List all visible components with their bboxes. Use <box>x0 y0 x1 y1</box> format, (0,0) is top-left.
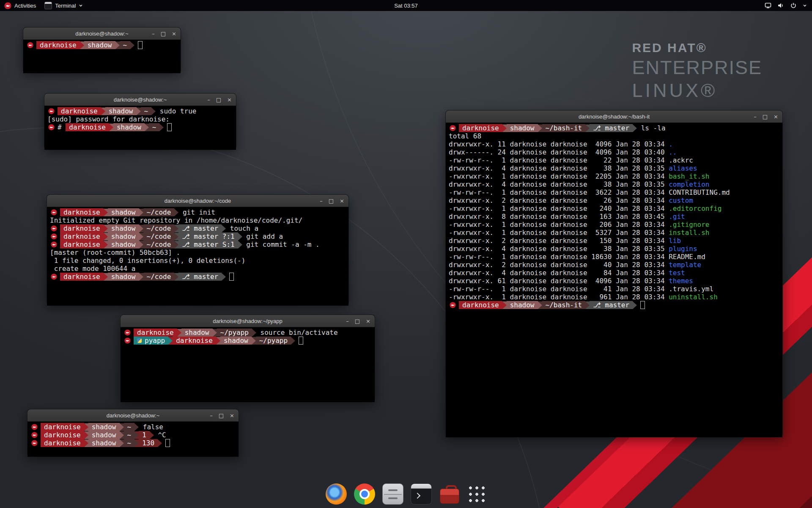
terminal-line: darknoiseshadow~/code git init <box>50 208 346 216</box>
terminal-body[interactable]: darknoiseshadow~ falsedarknoiseshadow~1 … <box>27 422 239 457</box>
terminal-icon[interactable] <box>411 483 432 505</box>
powerline-separator-icon <box>120 431 124 439</box>
powerline-separator-icon <box>139 241 143 248</box>
powerline-separator-icon <box>222 225 226 232</box>
terminal-text: drwxrwxr-x. 4 darknoise darknoise 38 Jan… <box>449 164 669 172</box>
app-menu-terminal[interactable]: Terminal <box>44 0 83 11</box>
powerline-separator-icon <box>145 124 149 131</box>
terminal-line: darknoiseshadow~/code⎇ master S:1 git co… <box>50 240 346 248</box>
terminal-line: create mode 100644 a <box>50 265 346 273</box>
terminal-text: .gitignore <box>669 221 709 229</box>
close-button[interactable]: × <box>227 97 232 102</box>
window-titlebar[interactable]: darknoise@shadow:~–□× <box>23 28 181 40</box>
prompt-segment-host: shadow <box>88 423 120 431</box>
terminal-line: total 68 <box>449 132 779 140</box>
terminal-text: drwxrwxr-x. 8 darknoise darknoise 163 Ja… <box>449 213 669 221</box>
powerline-separator-icon <box>216 337 220 345</box>
activities-button[interactable]: Activities <box>4 0 36 11</box>
chrome-icon[interactable] <box>354 483 375 505</box>
window-title: darknoise@shadow:~/pyapp <box>213 318 283 324</box>
minimize-button[interactable]: – <box>320 198 323 204</box>
files-icon[interactable] <box>382 483 403 505</box>
maximize-button[interactable]: □ <box>219 413 224 418</box>
terminal-line: -rwxrwxr-x. 1 darknoise darknoise 240 Ja… <box>449 204 779 213</box>
prompt-segment-git: ⎇ master <box>590 301 633 309</box>
software-icon[interactable] <box>439 483 460 505</box>
redhat-prompt-icon <box>51 233 57 240</box>
prompt-segment-git: ⎇ master <box>178 273 222 281</box>
system-status-area[interactable] <box>765 0 812 11</box>
terminal-line: -rwxrwxr-x. 1 darknoise darknoise 206 Ja… <box>449 221 779 229</box>
minimize-button[interactable]: – <box>346 318 349 324</box>
maximize-button[interactable]: □ <box>763 114 768 119</box>
terminal-window: darknoise@shadow:~–□×darknoiseshadow~ fa… <box>27 409 239 455</box>
terminal-text: .ackrc <box>669 156 693 164</box>
powerline-separator-icon <box>177 329 181 337</box>
terminal-cursor <box>165 439 170 447</box>
terminal-text: drwxrwxr-x. 4 darknoise darknoise 38 Jan… <box>449 180 669 188</box>
prompt-segment-path: ~/code <box>143 273 175 281</box>
terminal-text: plugins <box>669 245 697 253</box>
terminal-cursor <box>138 41 143 49</box>
terminal-body[interactable]: darknoiseshadow~/code git initInitialize… <box>47 207 348 306</box>
powerline-separator-icon <box>159 124 164 131</box>
terminal-body[interactable]: darknoiseshadow~/bash-it⎇ master ls -lat… <box>446 123 782 437</box>
window-titlebar[interactable]: darknoise@shadow:~/pyapp–□× <box>121 315 375 327</box>
terminal-body[interactable]: darknoiseshadow~ sudo true[sudo] passwor… <box>44 106 236 150</box>
terminal-text: Initialized empty Git repository in /hom… <box>50 216 302 224</box>
powerline-separator-icon <box>120 423 124 431</box>
powerline-separator-icon <box>158 439 162 447</box>
terminal-line: darknoiseshadow~130 <box>30 439 236 447</box>
maximize-button[interactable]: □ <box>216 97 221 102</box>
minimize-button[interactable]: – <box>210 413 213 418</box>
terminal-window: darknoise@shadow:~/pyapp–□×darknoiseshad… <box>120 315 375 400</box>
window-titlebar[interactable]: darknoise@shadow:~–□× <box>44 94 236 106</box>
window-titlebar[interactable]: darknoise@shadow:~/code–□× <box>47 195 348 207</box>
prompt-segment-host: shadow <box>84 41 115 49</box>
close-button[interactable]: × <box>172 31 176 36</box>
powerline-separator-icon <box>134 431 139 439</box>
clock[interactable]: Sat 03:57 <box>394 3 418 9</box>
maximize-button[interactable]: □ <box>329 198 334 204</box>
prompt-segment-user: darknoise <box>41 439 84 447</box>
close-button[interactable]: × <box>230 413 234 418</box>
powerline-separator-icon <box>252 329 256 337</box>
window-titlebar[interactable]: darknoise@shadow:~/bash-it–□× <box>446 110 782 123</box>
display-icon <box>765 2 771 9</box>
close-button[interactable]: × <box>774 114 778 119</box>
prompt-segment-user: darknoise <box>58 107 101 115</box>
terminal-text: CONTRIBUTING.md <box>669 188 730 196</box>
minimize-button[interactable]: – <box>207 97 210 102</box>
powerline-separator-icon <box>139 233 143 240</box>
prompt-segment-git: ⎇ master <box>178 224 222 232</box>
close-button[interactable]: × <box>366 318 370 324</box>
prompt-segment-user: darknoise <box>60 224 104 232</box>
windows-layer: darknoise@shadow:~–□×darknoiseshadow~dar… <box>0 0 812 508</box>
terminal-body[interactable]: darknoiseshadow~/pyapp source bin/activa… <box>121 327 375 402</box>
minimize-button[interactable]: – <box>754 114 757 119</box>
close-button[interactable]: × <box>340 198 344 204</box>
terminal-text: drwxrwxr-x. 2 darknoise darknoise 150 Ja… <box>449 237 669 245</box>
chevron-down-icon <box>79 3 83 8</box>
terminal-body[interactable]: darknoiseshadow~ <box>23 40 181 73</box>
firefox-icon[interactable] <box>326 483 347 505</box>
powerline-separator-icon <box>104 209 108 216</box>
window-titlebar[interactable]: darknoise@shadow:~–□× <box>27 409 239 422</box>
maximize-button[interactable]: □ <box>161 31 166 36</box>
terminal-line: darknoiseshadow~ sudo true <box>47 107 233 115</box>
powerline-separator-icon <box>115 41 120 49</box>
prompt-segment-path: ~ <box>124 431 135 439</box>
terminal-line: darknoiseshadow~ <box>26 41 178 49</box>
app-menu-label: Terminal <box>55 3 76 9</box>
redhat-prompt-icon <box>51 209 57 215</box>
maximize-button[interactable]: □ <box>355 318 360 324</box>
redhat-prompt-icon <box>31 432 38 438</box>
prompt-segment-path: ~/code <box>143 208 175 216</box>
prompt-segment-git: ⎇ master S:1 <box>178 240 238 248</box>
terminal-line: darknoiseshadow~/code⎇ master touch a <box>50 224 346 232</box>
terminal-text: drwxrwxr-x. 2 darknoise darknoise 40 Jan… <box>449 261 669 269</box>
window-title: darknoise@shadow:~ <box>114 97 167 103</box>
app-grid-icon[interactable] <box>467 485 486 504</box>
minimize-button[interactable]: – <box>152 31 155 36</box>
terminal-text: . <box>669 140 673 148</box>
